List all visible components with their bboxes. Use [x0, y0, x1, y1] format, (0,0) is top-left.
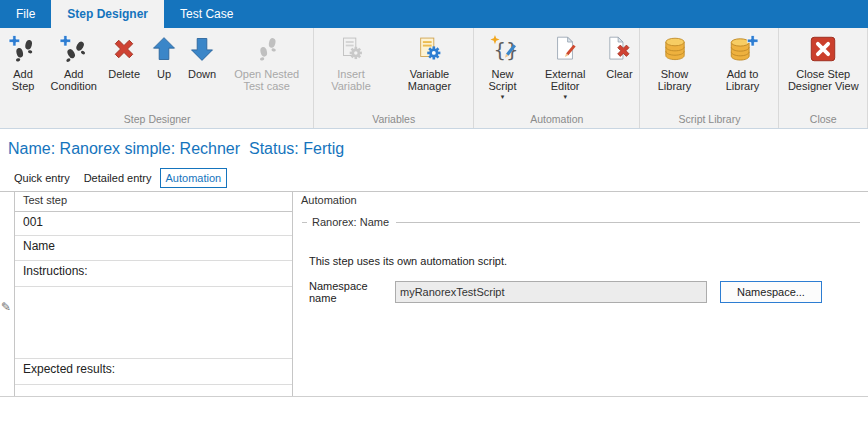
variable-manager-label: Variable Manager: [392, 68, 467, 92]
entry-tab-strip: Quick entry Detailed entry Automation: [0, 166, 868, 188]
group-label-automation: Automation: [475, 112, 638, 128]
new-script-label: New Script: [480, 68, 525, 92]
test-step-row-number[interactable]: 001: [15, 212, 292, 236]
insert-variable-label: Insert Variable: [320, 68, 381, 92]
variable-manager-icon: [415, 33, 443, 65]
close-step-designer-view-button[interactable]: Close Step Designer View: [780, 29, 866, 112]
tab-detailed-entry[interactable]: Detailed entry: [78, 168, 158, 188]
group-label-variables: Variables: [315, 112, 472, 128]
insert-variable-icon: [337, 33, 365, 65]
test-step-row-instructions[interactable]: Instructions:: [15, 261, 292, 287]
namespace-name-label: Namespace name: [309, 280, 395, 304]
page-title: Name: Ranorex simple: Rechner Status: Fe…: [0, 129, 868, 166]
add-condition-label: Add Condition: [49, 68, 98, 92]
add-condition-button[interactable]: Add Condition: [44, 29, 103, 112]
namespace-button[interactable]: Namespace...: [720, 281, 822, 303]
tab-test-case[interactable]: Test Case: [164, 0, 249, 28]
tab-step-designer[interactable]: Step Designer: [51, 0, 164, 28]
svg-text:{}: {}: [494, 39, 517, 62]
external-editor-button[interactable]: External Editor ▾: [530, 29, 601, 112]
group-label-close: Close: [780, 112, 866, 128]
external-editor-icon: [551, 33, 579, 65]
add-step-label: Add Step: [7, 68, 39, 92]
test-step-row-instructions-text[interactable]: [15, 287, 292, 359]
clear-label: Clear: [606, 68, 632, 80]
add-to-library-icon: [728, 33, 758, 65]
up-arrow-icon: [150, 33, 178, 65]
close-view-icon: [808, 33, 838, 65]
group-label-script-library: Script Library: [641, 112, 777, 128]
group-label-step-designer: Step Designer: [2, 112, 312, 128]
add-to-library-label: Add to Library: [713, 68, 773, 92]
new-script-dropdown-icon[interactable]: ▾: [501, 93, 505, 100]
down-label: Down: [188, 68, 216, 80]
variable-manager-button[interactable]: Variable Manager: [387, 29, 472, 112]
ribbon-group-automation: {} New Script ▾: [474, 28, 640, 128]
ribbon-group-script-library: Show Library Add to Library Script Libra…: [640, 28, 779, 128]
delete-label: Delete: [108, 68, 140, 80]
automation-panel: Automation Ranorex: Name This step uses …: [293, 192, 868, 396]
clear-button[interactable]: Clear: [600, 29, 638, 112]
delete-button[interactable]: Delete: [103, 29, 145, 112]
show-library-label: Show Library: [646, 68, 702, 92]
add-step-button[interactable]: Add Step: [2, 29, 44, 112]
add-to-library-button[interactable]: Add to Library: [708, 29, 778, 112]
new-script-icon: {}: [487, 33, 517, 65]
automation-script-note: This step uses its own automation script…: [309, 255, 860, 267]
ribbon: Add Step Add Condition: [0, 28, 868, 129]
namespace-name-input[interactable]: [395, 281, 707, 303]
row-edit-gutter: ✎: [0, 192, 15, 396]
edit-pencil-icon: ✎: [1, 300, 11, 314]
ribbon-group-variables: Insert Variable: [314, 28, 474, 128]
new-script-button[interactable]: {} New Script ▾: [475, 29, 530, 112]
down-button[interactable]: Down: [183, 29, 221, 112]
up-label: Up: [157, 68, 171, 80]
show-library-icon: [661, 33, 689, 65]
ranorex-groupbox-title: Ranorex: Name: [302, 216, 860, 228]
open-nested-test-case-button: Open Nested Test case: [221, 29, 312, 112]
namespace-row: Namespace name Namespace...: [309, 280, 860, 304]
close-step-designer-view-label: Close Step Designer View: [785, 68, 861, 92]
ribbon-group-step-designer: Add Step Add Condition: [1, 28, 314, 128]
tab-automation[interactable]: Automation: [160, 168, 228, 188]
test-step-panel: Test step 001 Name Instructions: Expecte…: [15, 192, 293, 396]
clear-icon: [605, 33, 633, 65]
tab-quick-entry[interactable]: Quick entry: [8, 168, 76, 188]
test-step-empty-area: [15, 385, 292, 396]
insert-variable-button: Insert Variable: [315, 29, 386, 112]
ranorex-groupbox: Ranorex: Name This step uses its own aut…: [302, 216, 860, 396]
tab-file[interactable]: File: [0, 0, 51, 28]
add-condition-icon: [59, 33, 89, 65]
test-step-row-expected-results[interactable]: Expected results:: [15, 359, 292, 385]
up-button[interactable]: Up: [145, 29, 183, 112]
show-library-button[interactable]: Show Library: [641, 29, 707, 112]
test-step-header: Test step: [15, 192, 292, 212]
external-editor-dropdown-icon[interactable]: ▾: [563, 93, 567, 100]
down-arrow-icon: [188, 33, 216, 65]
open-nested-label: Open Nested Test case: [226, 68, 307, 92]
open-nested-icon: [252, 33, 282, 65]
ribbon-group-close: Close Step Designer View Close: [779, 28, 868, 128]
external-editor-label: External Editor: [535, 68, 596, 92]
step-detail-area: ✎ Test step 001 Name Instructions: Expec…: [0, 191, 868, 397]
ribbon-tab-bar: File Step Designer Test Case: [0, 0, 868, 28]
test-step-row-name[interactable]: Name: [15, 236, 292, 261]
automation-panel-header: Automation: [293, 192, 868, 211]
add-step-icon: [8, 33, 38, 65]
delete-icon: [110, 33, 138, 65]
